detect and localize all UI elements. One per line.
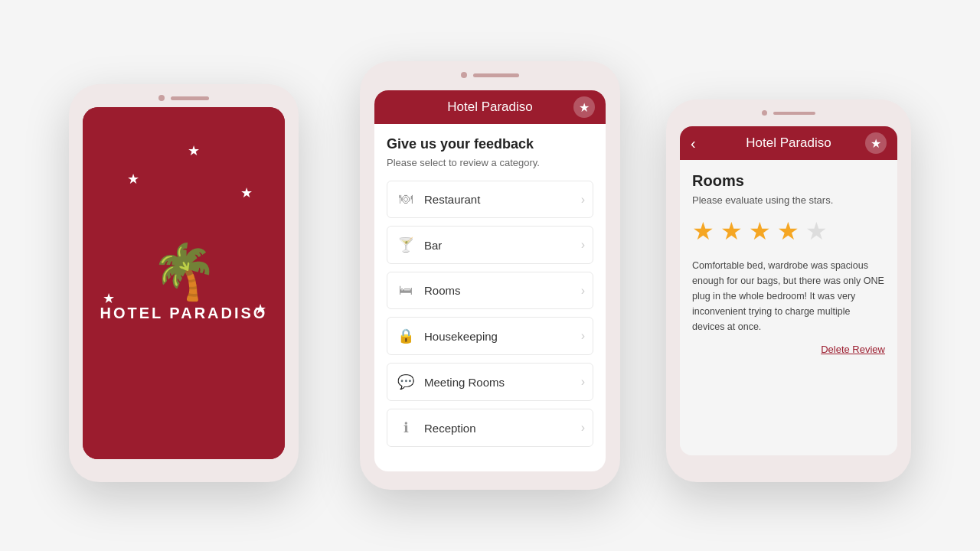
phone-left: ★ ★ ★ ★ ★ 🌴 HOTEL PARADISO	[69, 84, 299, 482]
center-header-title: Hotel Paradiso	[447, 99, 533, 115]
review-category-title: Rooms	[692, 172, 885, 190]
housekeeping-icon: 🔒	[395, 328, 416, 344]
review-screen: ‹ Hotel Paradiso ★ Rooms Please evaluate…	[680, 126, 897, 455]
feedback-title: Give us your feedback	[387, 136, 593, 152]
star-4[interactable]: ★	[777, 217, 799, 246]
speaker-right	[773, 112, 815, 115]
star-5[interactable]: ★	[805, 217, 828, 246]
restaurant-icon: 🍽	[395, 191, 416, 207]
logo-screen: ★ ★ ★ ★ ★ 🌴 HOTEL PARADISO	[83, 107, 285, 459]
camera-dot-right	[762, 110, 767, 116]
chevron-icon-bar: ›	[581, 238, 585, 252]
chevron-icon-reception: ›	[581, 421, 585, 435]
meeting-rooms-label: Meeting Rooms	[424, 376, 581, 389]
right-app-header: ‹ Hotel Paradiso ★	[680, 126, 897, 160]
rooms-icon: 🛏	[395, 282, 416, 298]
reception-label: Reception	[424, 422, 581, 435]
hotel-logo: 🌴 HOTEL PARADISO	[100, 245, 268, 322]
bar-icon: 🍸	[395, 236, 416, 253]
list-item-housekeeping[interactable]: 🔒 Housekeeping ›	[387, 317, 593, 355]
star-1[interactable]: ★	[692, 217, 714, 246]
meeting-rooms-icon: 💬	[395, 373, 416, 390]
right-star-button[interactable]: ★	[865, 132, 887, 154]
restaurant-label: Restaurant	[424, 193, 581, 206]
list-item-bar[interactable]: 🍸 Bar ›	[387, 226, 593, 264]
center-star-button[interactable]: ★	[573, 96, 595, 118]
feedback-subtitle: Please select to review a category.	[387, 157, 593, 168]
star-3[interactable]: ★	[749, 217, 771, 246]
main-scene: ★ ★ ★ ★ ★ 🌴 HOTEL PARADISO	[69, 38, 911, 513]
star-button-icon: ★	[871, 136, 881, 151]
review-text-body: Comfortable bed, wardrobe was spacious e…	[692, 258, 885, 334]
camera-dot-left	[158, 95, 165, 101]
speaker-left	[171, 96, 209, 100]
hotel-name-part2: PARADISO	[169, 305, 267, 322]
star-rating[interactable]: ★ ★ ★ ★ ★	[692, 217, 885, 246]
review-content: Rooms Please evaluate using the stars. ★…	[680, 160, 897, 455]
phone-center: Hotel Paradiso ★ Give us your feedback P…	[360, 61, 620, 490]
speaker-center	[473, 73, 519, 77]
list-item-rooms[interactable]: 🛏 Rooms ›	[387, 272, 593, 309]
rooms-label: Rooms	[424, 284, 581, 297]
chevron-icon-meeting-rooms: ›	[581, 375, 585, 389]
list-item-restaurant[interactable]: 🍽 Restaurant ›	[387, 181, 593, 218]
bar-label: Bar	[424, 239, 581, 252]
chevron-icon-housekeeping: ›	[581, 329, 585, 343]
list-item-meeting-rooms[interactable]: 💬 Meeting Rooms ›	[387, 363, 593, 401]
right-header-title: Hotel Paradiso	[746, 135, 831, 151]
camera-dot-center	[461, 72, 467, 78]
review-subtitle: Please evaluate using the stars.	[692, 194, 885, 206]
back-button[interactable]: ‹	[691, 135, 696, 152]
hotel-name-part1: HOTEL	[100, 305, 164, 322]
star-icon: ★	[579, 100, 590, 115]
chevron-icon-restaurant: ›	[581, 193, 585, 207]
chevron-icon-rooms: ›	[581, 284, 585, 298]
star-2[interactable]: ★	[720, 217, 743, 246]
reception-icon: ℹ	[395, 419, 416, 436]
phone-right: ‹ Hotel Paradiso ★ Rooms Please evaluate…	[666, 99, 911, 482]
feedback-screen: Hotel Paradiso ★ Give us your feedback P…	[374, 90, 606, 471]
list-item-reception[interactable]: ℹ Reception ›	[387, 409, 593, 447]
center-app-header: Hotel Paradiso ★	[374, 90, 606, 124]
feedback-content: Give us your feedback Please select to r…	[374, 124, 606, 471]
delete-review-button[interactable]: Delete Review	[692, 344, 885, 355]
palm-tree-icon: 🌴	[151, 245, 217, 298]
housekeeping-label: Housekeeping	[424, 330, 581, 343]
